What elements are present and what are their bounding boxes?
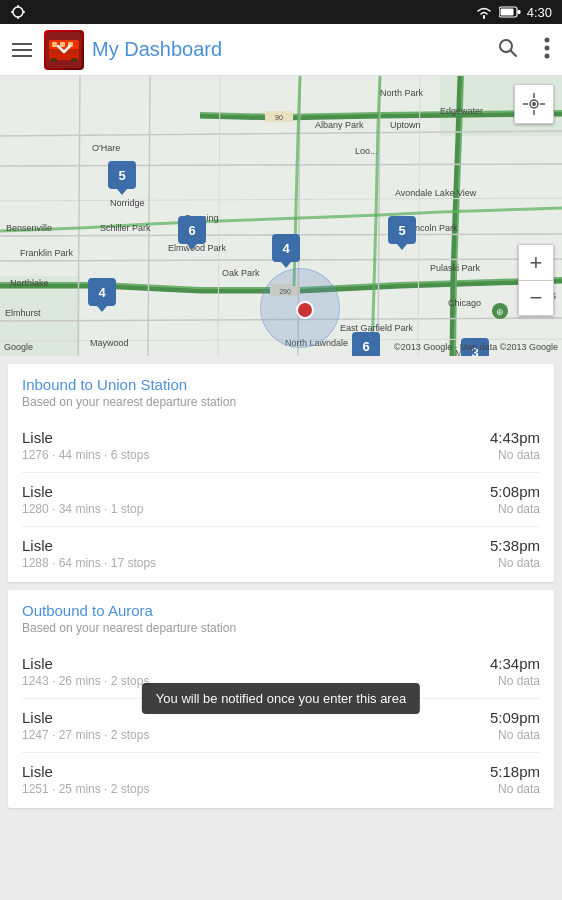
google-brand: Google — [4, 342, 33, 352]
svg-point-18 — [545, 37, 550, 42]
svg-text:Uptown: Uptown — [390, 120, 421, 130]
svg-rect-6 — [500, 9, 513, 16]
outbound-card: Outbound to Aurora Based on your nearest… — [8, 590, 554, 808]
app-title: My Dashboard — [92, 38, 484, 61]
zoom-in-button[interactable]: + — [518, 244, 554, 280]
marker-value-6b: 6 — [352, 332, 380, 356]
map-marker-6b[interactable]: 6 — [352, 332, 380, 356]
map-marker-5b[interactable]: 5 — [388, 216, 416, 244]
svg-text:O'Hare: O'Hare — [92, 143, 120, 153]
outbound-time-0: 4:34pm — [490, 655, 540, 672]
inbound-title: Inbound to Union Station — [22, 376, 540, 393]
outbound-time-1: 5:09pm — [490, 709, 540, 726]
svg-text:Elmwood Park: Elmwood Park — [168, 243, 227, 253]
outbound-details-1: 1247 · 27 mins · 2 stops No data — [22, 728, 540, 742]
inbound-time-1: 5:08pm — [490, 483, 540, 500]
map-marker-6a[interactable]: 6 — [178, 216, 206, 244]
svg-point-85 — [532, 102, 536, 106]
svg-text:90: 90 — [275, 114, 283, 121]
status-right-icons: 4:30 — [475, 5, 552, 20]
more-options-button[interactable] — [540, 32, 554, 68]
outbound-subtitle: Based on your nearest departure station — [22, 621, 540, 635]
svg-text:Chicago: Chicago — [448, 298, 481, 308]
svg-text:Bensenville: Bensenville — [6, 223, 52, 233]
marker-value-6a: 6 — [178, 216, 206, 244]
status-left-icons — [10, 4, 26, 20]
scroll-content[interactable]: Inbound to Union Station Based on your n… — [0, 356, 562, 900]
inbound-status-0: No data — [498, 448, 540, 462]
marker-value-4b: 4 — [88, 278, 116, 306]
svg-text:⊕: ⊕ — [496, 307, 504, 317]
inbound-status-2: No data — [498, 556, 540, 570]
inbound-card: Inbound to Union Station Based on your n… — [8, 364, 554, 582]
map-marker-5a[interactable]: 5 — [108, 161, 136, 189]
inbound-info-1: 1280 · 34 mins · 1 stop — [22, 502, 143, 516]
svg-rect-11 — [52, 42, 57, 47]
outbound-info-1: 1247 · 27 mins · 2 stops — [22, 728, 149, 742]
search-button[interactable] — [492, 32, 524, 68]
marker-value-5a: 5 — [108, 161, 136, 189]
svg-text:Elmhurst: Elmhurst — [5, 308, 41, 318]
status-time: 4:30 — [527, 5, 552, 20]
inbound-time-0: 4:43pm — [490, 429, 540, 446]
svg-text:Maywood: Maywood — [90, 338, 129, 348]
outbound-train-row-0-main: Lisle 4:34pm — [22, 655, 540, 672]
inbound-station-0: Lisle — [22, 429, 53, 446]
outbound-train-row-1[interactable]: Lisle 5:09pm 1247 · 27 mins · 2 stops No… — [22, 699, 540, 753]
svg-rect-7 — [517, 10, 520, 14]
battery-icon — [499, 6, 521, 18]
inbound-train-row-0[interactable]: Lisle 4:43pm 1276 · 44 mins · 6 stops No… — [22, 419, 540, 473]
inbound-details-2: 1288 · 64 mins · 17 stops No data — [22, 556, 540, 570]
map-marker-4a[interactable]: 4 — [272, 234, 300, 262]
inbound-time-2: 5:38pm — [490, 537, 540, 554]
map-marker-4b[interactable]: 4 — [88, 278, 116, 306]
inbound-train-row-2[interactable]: Lisle 5:38pm 1288 · 64 mins · 17 stops N… — [22, 527, 540, 570]
svg-text:Northlake: Northlake — [10, 278, 49, 288]
svg-text:Oak Park: Oak Park — [222, 268, 260, 278]
inbound-status-1: No data — [498, 502, 540, 516]
hamburger-button[interactable] — [8, 39, 36, 61]
svg-rect-12 — [60, 42, 65, 47]
outbound-train-row-2[interactable]: Lisle 5:18pm 1251 · 25 mins · 2 stops No… — [22, 753, 540, 796]
gps-button[interactable] — [514, 84, 554, 124]
svg-line-17 — [511, 50, 517, 56]
svg-text:North Park: North Park — [380, 88, 424, 98]
marker-value-5b: 5 — [388, 216, 416, 244]
inbound-subtitle: Based on your nearest departure station — [22, 395, 540, 409]
top-action-icons — [492, 32, 554, 68]
svg-text:Norridge: Norridge — [110, 198, 145, 208]
outbound-details-2: 1251 · 25 mins · 2 stops No data — [22, 782, 540, 796]
inbound-train-row-1-main: Lisle 5:08pm — [22, 483, 540, 500]
outbound-info-0: 1243 · 26 mins · 2 stops — [22, 674, 149, 688]
search-icon — [496, 36, 520, 60]
svg-rect-15 — [71, 58, 77, 62]
outbound-status-1: No data — [498, 728, 540, 742]
more-icon — [544, 36, 550, 60]
outbound-station-1: Lisle — [22, 709, 53, 726]
outbound-info-2: 1251 · 25 mins · 2 stops — [22, 782, 149, 796]
marker-value-4a: 4 — [272, 234, 300, 262]
outbound-station-0: Lisle — [22, 655, 53, 672]
outbound-station-2: Lisle — [22, 763, 53, 780]
current-location-marker — [296, 301, 314, 319]
svg-point-19 — [545, 45, 550, 50]
wifi-icon — [475, 5, 493, 19]
notification-tooltip: You will be notified once you enter this… — [142, 683, 420, 714]
svg-point-20 — [545, 53, 550, 58]
outbound-status-2: No data — [498, 782, 540, 796]
map-container[interactable]: 290 90 50 O'Hare Norridge Be — [0, 76, 562, 356]
status-bar: 4:30 — [0, 0, 562, 24]
svg-rect-14 — [51, 58, 57, 62]
inbound-details-0: 1276 · 44 mins · 6 stops No data — [22, 448, 540, 462]
svg-text:Avondale Lake View: Avondale Lake View — [395, 188, 477, 198]
inbound-station-2: Lisle — [22, 537, 53, 554]
signal-icon — [10, 4, 26, 20]
inbound-train-row-2-main: Lisle 5:38pm — [22, 537, 540, 554]
svg-text:Edgewater: Edgewater — [440, 106, 483, 116]
zoom-out-button[interactable]: − — [518, 280, 554, 316]
svg-text:Albany Park: Albany Park — [315, 120, 364, 130]
inbound-station-1: Lisle — [22, 483, 53, 500]
svg-text:Schiller Park: Schiller Park — [100, 223, 151, 233]
inbound-train-row-1[interactable]: Lisle 5:08pm 1280 · 34 mins · 1 stop No … — [22, 473, 540, 527]
inbound-details-1: 1280 · 34 mins · 1 stop No data — [22, 502, 540, 516]
